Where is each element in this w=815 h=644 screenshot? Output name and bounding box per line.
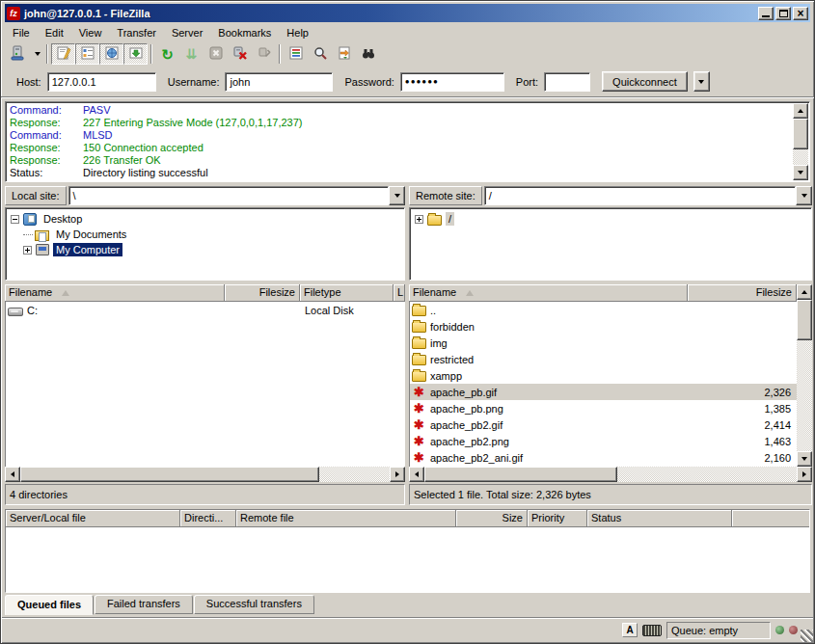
remote-hscrollbar[interactable] bbox=[409, 467, 812, 482]
toggle-remote-tree-button[interactable] bbox=[99, 43, 123, 65]
local-site-input[interactable]: \ bbox=[68, 186, 389, 205]
scroll-thumb[interactable] bbox=[797, 300, 812, 340]
remote-site-input[interactable]: / bbox=[484, 186, 796, 205]
scroll-thumb[interactable] bbox=[20, 467, 319, 482]
file-row[interactable]: .. bbox=[410, 302, 797, 318]
tab-successful-transfers[interactable]: Successful transfers bbox=[194, 595, 314, 614]
directory-comparison-button[interactable] bbox=[308, 43, 332, 65]
quickconnect-dropdown[interactable] bbox=[693, 71, 710, 92]
file-row[interactable]: ✱apache_pb2.png1,463 bbox=[410, 433, 797, 449]
column-filetype[interactable]: Filetype bbox=[300, 284, 394, 302]
scroll-right-button[interactable] bbox=[390, 467, 405, 482]
column-size[interactable]: Size bbox=[456, 510, 528, 527]
tree-item-root[interactable]: / bbox=[410, 211, 811, 227]
scroll-thumb[interactable] bbox=[793, 119, 808, 149]
image-file-icon: ✱ bbox=[412, 451, 426, 464]
minimize-button[interactable] bbox=[758, 7, 774, 20]
collapse-icon[interactable] bbox=[11, 215, 19, 224]
menu-bookmarks[interactable]: Bookmarks bbox=[210, 25, 279, 40]
cancel-operation-button[interactable] bbox=[204, 43, 228, 65]
scroll-right-button[interactable] bbox=[797, 467, 812, 482]
remote-vscrollbar[interactable] bbox=[797, 284, 812, 467]
file-row-selected[interactable]: ✱apache_pb.gif2,326 bbox=[410, 384, 797, 400]
drive-icon bbox=[8, 308, 23, 316]
log-scrollbar[interactable] bbox=[793, 103, 808, 180]
menu-server[interactable]: Server bbox=[164, 25, 210, 40]
transfer-type-indicator-icon[interactable]: A bbox=[622, 623, 638, 637]
scroll-thumb[interactable] bbox=[424, 467, 617, 482]
tree-item-my-computer[interactable]: My Computer bbox=[6, 242, 404, 257]
scroll-left-button[interactable] bbox=[5, 467, 20, 482]
column-priority[interactable]: Priority bbox=[528, 510, 587, 527]
tree-item-desktop[interactable]: Desktop bbox=[6, 211, 404, 227]
column-remote-file[interactable]: Remote file bbox=[236, 510, 456, 527]
menu-view[interactable]: View bbox=[71, 25, 110, 40]
refresh-button[interactable]: ↻ bbox=[155, 43, 179, 65]
password-input[interactable]: ●●●●●● bbox=[400, 72, 504, 92]
chevron-down-icon bbox=[394, 194, 400, 198]
column-last-modified[interactable]: L bbox=[394, 284, 405, 302]
reconnect-button[interactable] bbox=[252, 43, 276, 65]
remote-list-header: Filename Filesize bbox=[409, 284, 797, 302]
file-row[interactable]: restricted bbox=[410, 351, 797, 367]
quickconnect-button[interactable]: Quickconnect bbox=[602, 71, 688, 92]
disconnect-button[interactable] bbox=[228, 43, 252, 65]
toggle-local-tree-button[interactable] bbox=[75, 43, 99, 65]
expand-icon[interactable] bbox=[415, 215, 423, 224]
remote-site-row: Remote site: / bbox=[409, 186, 812, 205]
file-row[interactable]: xampp bbox=[410, 367, 797, 384]
scroll-up-button[interactable] bbox=[793, 103, 808, 119]
local-site-dropdown[interactable] bbox=[389, 186, 405, 205]
toolbar-separator bbox=[46, 44, 48, 64]
reconnect-icon bbox=[257, 45, 272, 63]
file-row[interactable]: ✱apache_pb2_ani.gif2,160 bbox=[410, 449, 797, 466]
column-server-local-file[interactable]: Server/Local file bbox=[6, 510, 180, 527]
file-row-c-drive[interactable]: C: Local Disk bbox=[6, 302, 405, 318]
column-direction[interactable]: Directi... bbox=[180, 510, 236, 527]
scroll-left-button[interactable] bbox=[409, 467, 424, 482]
column-status[interactable]: Status bbox=[587, 510, 732, 527]
synchronized-browsing-button[interactable] bbox=[332, 43, 356, 65]
menu-help[interactable]: Help bbox=[279, 25, 316, 40]
maximize-button[interactable] bbox=[775, 7, 791, 20]
menu-transfer[interactable]: Transfer bbox=[109, 25, 164, 40]
log-line: Status:Directory listing successful bbox=[8, 167, 792, 179]
host-input[interactable]: 127.0.0.1 bbox=[47, 72, 156, 92]
find-files-button[interactable] bbox=[356, 43, 380, 65]
directory-filter-button[interactable] bbox=[284, 43, 308, 65]
queue-size-indicator: Queue: empty bbox=[666, 622, 771, 639]
file-row[interactable]: ✱apache_pb2.gif2,414 bbox=[410, 416, 797, 433]
tab-queued-files[interactable]: Queued files bbox=[5, 595, 94, 615]
speed-limits-icon[interactable] bbox=[642, 625, 662, 636]
menu-edit[interactable]: Edit bbox=[38, 25, 71, 40]
process-queue-button[interactable]: ⇊ bbox=[179, 43, 204, 65]
close-button[interactable]: × bbox=[793, 7, 808, 20]
transfer-queue-icon bbox=[128, 45, 144, 63]
column-filename[interactable]: Filename bbox=[409, 284, 688, 302]
tab-failed-transfers[interactable]: Failed transfers bbox=[95, 595, 193, 614]
port-input[interactable] bbox=[544, 72, 590, 92]
expand-icon[interactable] bbox=[23, 246, 32, 255]
minimize-icon bbox=[762, 15, 770, 17]
sync-browse-icon bbox=[337, 45, 352, 63]
file-row[interactable]: img bbox=[410, 335, 797, 351]
file-row[interactable]: ✱apache_pb.png1,385 bbox=[410, 400, 797, 416]
resize-grip[interactable] bbox=[801, 630, 813, 642]
remote-site-dropdown[interactable] bbox=[796, 186, 812, 205]
column-filename[interactable]: Filename bbox=[5, 284, 225, 302]
file-row[interactable]: forbidden bbox=[410, 318, 797, 335]
menu-file[interactable]: File bbox=[5, 25, 38, 40]
toggle-message-log-button[interactable] bbox=[51, 43, 75, 65]
scroll-down-button[interactable] bbox=[797, 451, 812, 467]
site-manager-dropdown[interactable] bbox=[31, 43, 43, 65]
local-hscrollbar[interactable] bbox=[5, 467, 405, 482]
toggle-transfer-queue-button[interactable] bbox=[123, 43, 148, 65]
column-filesize[interactable]: Filesize bbox=[225, 284, 300, 302]
site-manager-button[interactable] bbox=[7, 43, 31, 65]
column-filesize[interactable]: Filesize bbox=[688, 284, 797, 302]
scroll-up-button[interactable] bbox=[797, 284, 812, 300]
scroll-down-button[interactable] bbox=[793, 165, 808, 180]
tree-item-my-documents[interactable]: My Documents bbox=[6, 227, 404, 242]
username-input[interactable]: john bbox=[225, 72, 333, 92]
folder-icon bbox=[412, 306, 426, 316]
